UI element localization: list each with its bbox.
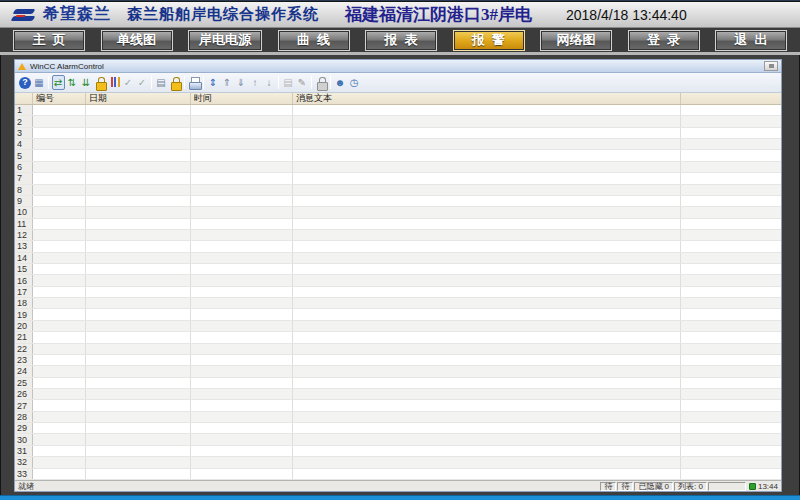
first-message-icon[interactable]: ⇑ bbox=[221, 75, 234, 90]
lock-list-icon[interactable] bbox=[94, 75, 107, 90]
row-number: 24 bbox=[15, 366, 33, 376]
alarm-row-7[interactable]: 7 bbox=[15, 173, 781, 184]
cell bbox=[86, 196, 191, 206]
emergency-acknowledge-icon[interactable] bbox=[169, 75, 182, 90]
cell bbox=[191, 241, 293, 251]
cell bbox=[681, 275, 781, 285]
alarm-row-11[interactable]: 11 bbox=[15, 219, 781, 230]
alarm-row-28[interactable]: 28 bbox=[15, 412, 781, 423]
cell bbox=[681, 230, 781, 240]
nav-button-report[interactable]: 报 表 bbox=[365, 30, 437, 51]
cell bbox=[191, 150, 293, 160]
help-icon[interactable]: ? bbox=[19, 77, 31, 89]
alarm-row-5[interactable]: 5 bbox=[15, 150, 781, 161]
alarm-row-16[interactable]: 16 bbox=[15, 275, 781, 286]
alarm-row-27[interactable]: 27 bbox=[15, 400, 781, 411]
cell bbox=[293, 446, 681, 456]
cell bbox=[191, 128, 293, 138]
cell bbox=[293, 355, 681, 365]
alarm-row-8[interactable]: 8 bbox=[15, 185, 781, 196]
alarm-row-6[interactable]: 6 bbox=[15, 162, 781, 173]
hide-messages-icon[interactable]: ☻ bbox=[334, 75, 347, 90]
cell bbox=[293, 366, 681, 376]
alarm-row-12[interactable]: 12 bbox=[15, 230, 781, 241]
cell bbox=[293, 230, 681, 240]
cell bbox=[293, 173, 681, 183]
config-dialog-icon[interactable]: ▦ bbox=[33, 75, 46, 90]
bottom-accent-strip bbox=[0, 495, 800, 500]
alarm-row-13[interactable]: 13 bbox=[15, 241, 781, 252]
status-segment: 待 bbox=[600, 482, 616, 491]
last-message-icon[interactable]: ⇓ bbox=[235, 75, 248, 90]
nav-button-single-line-diagram[interactable]: 单线图 bbox=[101, 30, 173, 51]
col-date[interactable]: 日期 bbox=[86, 93, 191, 104]
alarm-row-14[interactable]: 14 bbox=[15, 253, 781, 264]
row-number: 27 bbox=[15, 400, 33, 410]
lock-message-icon[interactable] bbox=[315, 75, 328, 90]
message-list-icon[interactable]: ⇄ bbox=[52, 75, 65, 90]
cell bbox=[681, 412, 781, 422]
cell bbox=[86, 287, 191, 297]
copy-lines-icon[interactable]: ▤ bbox=[155, 75, 168, 90]
statistics-icon[interactable] bbox=[108, 75, 121, 90]
alarm-row-24[interactable]: 24 bbox=[15, 366, 781, 377]
alarm-row-21[interactable]: 21 bbox=[15, 332, 781, 343]
cell bbox=[191, 105, 293, 115]
nav-button-alarm[interactable]: 报 警 bbox=[453, 30, 525, 51]
cell bbox=[293, 400, 681, 410]
cell bbox=[33, 457, 86, 467]
comment-dialog-icon[interactable]: ✎ bbox=[296, 75, 309, 90]
alarm-warning-icon bbox=[18, 63, 26, 70]
col-time[interactable]: 时间 bbox=[191, 93, 293, 104]
alarm-row-31[interactable]: 31 bbox=[15, 446, 781, 457]
alarm-row-29[interactable]: 29 bbox=[15, 423, 781, 434]
cell bbox=[33, 219, 86, 229]
alarm-row-25[interactable]: 25 bbox=[15, 378, 781, 389]
time-base-icon[interactable]: ◷ bbox=[348, 75, 361, 90]
print-icon[interactable] bbox=[188, 75, 201, 90]
alarm-row-9[interactable]: 9 bbox=[15, 196, 781, 207]
row-number: 22 bbox=[15, 344, 33, 354]
next-message-icon[interactable]: ↑ bbox=[249, 75, 262, 90]
row-number: 28 bbox=[15, 412, 33, 422]
previous-message-icon[interactable]: ↓ bbox=[263, 75, 276, 90]
selection-dialog-icon[interactable]: ⇕ bbox=[207, 75, 220, 90]
nav-button-login[interactable]: 登 录 bbox=[628, 30, 700, 51]
acknowledge-icon[interactable]: ✓ bbox=[122, 75, 135, 90]
alarm-row-18[interactable]: 18 bbox=[15, 298, 781, 309]
alarm-row-17[interactable]: 17 bbox=[15, 287, 781, 298]
long-term-archive-icon[interactable]: ⇊ bbox=[80, 75, 93, 90]
alarm-row-26[interactable]: 26 bbox=[15, 389, 781, 400]
infotext-dialog-icon[interactable]: ▤ bbox=[282, 75, 295, 90]
col-message-text[interactable]: 消息文本 bbox=[293, 93, 681, 104]
short-term-archive-icon[interactable]: ⇅ bbox=[66, 75, 79, 90]
alarm-row-23[interactable]: 23 bbox=[15, 355, 781, 366]
cell bbox=[33, 230, 86, 240]
alarm-row-20[interactable]: 20 bbox=[15, 321, 781, 332]
cell bbox=[33, 469, 86, 479]
alarm-row-15[interactable]: 15 bbox=[15, 264, 781, 275]
cell bbox=[681, 139, 781, 149]
datetime-display: 2018/4/18 13:44:40 bbox=[566, 7, 687, 23]
nav-button-shore-power-supply[interactable]: 岸电电源 bbox=[188, 30, 262, 51]
nav-button-network-diagram[interactable]: 网络图 bbox=[540, 30, 612, 51]
nav-button-curve[interactable]: 曲 线 bbox=[278, 30, 350, 51]
alarm-row-3[interactable]: 3 bbox=[15, 128, 781, 139]
nav-button-home[interactable]: 主 页 bbox=[13, 30, 85, 51]
alarm-row-33[interactable]: 33 bbox=[15, 469, 781, 480]
alarm-row-2[interactable]: 2 bbox=[15, 116, 781, 127]
alarm-row-30[interactable]: 30 bbox=[15, 434, 781, 445]
col-number[interactable]: 编号 bbox=[33, 93, 86, 104]
alarm-row-32[interactable]: 32 bbox=[15, 457, 781, 468]
nav-button-exit[interactable]: 退 出 bbox=[715, 30, 787, 51]
alarm-row-10[interactable]: 10 bbox=[15, 207, 781, 218]
alarm-row-1[interactable]: 1 bbox=[15, 105, 781, 116]
cell bbox=[86, 253, 191, 263]
window-button[interactable] bbox=[764, 61, 778, 71]
cell bbox=[33, 321, 86, 331]
cell bbox=[33, 275, 86, 285]
group-acknowledge-icon[interactable]: ✓ bbox=[136, 75, 149, 90]
alarm-row-22[interactable]: 22 bbox=[15, 344, 781, 355]
alarm-row-4[interactable]: 4 bbox=[15, 139, 781, 150]
alarm-row-19[interactable]: 19 bbox=[15, 309, 781, 320]
